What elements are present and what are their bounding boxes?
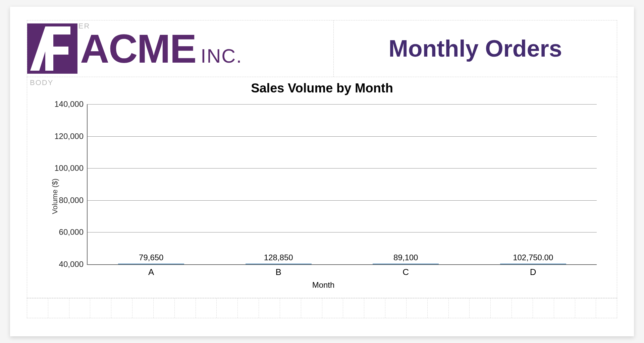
page-header-section[interactable]: PAGE HEADER ACME INC. Monthly Orders [27, 20, 617, 77]
spacer-section[interactable] [27, 298, 617, 318]
bar-value-label: 79,650 [139, 253, 163, 262]
x-tick-label: D [530, 267, 536, 277]
y-axis-label: Volume ($) [51, 179, 59, 214]
gridline [88, 136, 597, 137]
y-tick-label: 120,000 [54, 132, 88, 141]
brand-name-suffix: INC. [201, 45, 242, 67]
spacer-cell[interactable] [385, 298, 407, 318]
spacer-cell[interactable] [554, 298, 575, 318]
spacer-cell[interactable] [69, 298, 91, 318]
y-tick-label: 100,000 [54, 163, 88, 173]
spacer-cell[interactable] [343, 298, 364, 318]
spacer-cell[interactable] [175, 298, 196, 318]
bar[interactable] [373, 264, 439, 264]
bar-value-label: 128,850 [264, 253, 293, 262]
spacer-cell[interactable] [196, 298, 217, 318]
chart-area[interactable]: Volume ($) 79,650A128,850B89,100C102,750… [43, 97, 603, 295]
x-axis-label: Month [312, 280, 335, 290]
spacer-cell[interactable] [575, 298, 596, 318]
spacer-cell[interactable] [238, 298, 259, 318]
bar[interactable] [500, 264, 566, 264]
y-tick-label: 40,000 [59, 260, 88, 269]
spacer-cell[interactable] [322, 298, 343, 318]
bar-value-label: 89,100 [393, 253, 418, 262]
bars-container: 79,650A128,850B89,100C102,750.00D [88, 104, 597, 264]
chart-title: Sales Volume by Month [27, 81, 617, 95]
x-tick-label: C [402, 267, 409, 277]
bar-group: 79,650A [118, 253, 184, 264]
gridline [88, 168, 597, 168]
spacer-cell[interactable] [48, 298, 69, 318]
y-tick-label: 60,000 [59, 227, 88, 237]
spacer-cell[interactable] [533, 298, 554, 318]
y-tick-label: 140,000 [54, 99, 88, 109]
bar-group: 89,100C [373, 253, 439, 264]
bar[interactable] [246, 264, 312, 264]
bar-value-label: 102,750.00 [513, 253, 553, 262]
brand-text: ACME INC. [80, 25, 242, 72]
acme-logo-icon [27, 23, 77, 74]
spacer-cell[interactable] [27, 298, 48, 318]
bar[interactable] [118, 264, 184, 264]
body-section[interactable]: BODY Sales Volume by Month Volume ($) 79… [27, 77, 617, 298]
brand-block[interactable]: ACME INC. [27, 20, 334, 77]
gridline [88, 200, 597, 201]
spacer-cell[interactable] [596, 298, 617, 318]
y-tick-label: 80,000 [59, 196, 88, 205]
spacer-cell[interactable] [217, 298, 238, 318]
spacer-cell[interactable] [90, 298, 111, 318]
spacer-cell[interactable] [512, 298, 533, 318]
gridline [88, 104, 597, 105]
report-page: PAGE HEADER ACME INC. Monthly Orders BOD… [10, 7, 634, 336]
section-tag-body: BODY [30, 78, 53, 87]
report-title[interactable]: Monthly Orders [334, 35, 617, 62]
spacer-cell[interactable] [491, 298, 512, 318]
spacer-cell[interactable] [132, 298, 154, 318]
spacer-cell[interactable] [428, 298, 449, 318]
spacer-cell[interactable] [470, 298, 491, 318]
brand-name-main: ACME [80, 25, 196, 72]
spacer-cell[interactable] [364, 298, 385, 318]
chart-plot: 79,650A128,850B89,100C102,750.00D 40,000… [87, 104, 597, 265]
spacer-cell[interactable] [259, 298, 280, 318]
spacer-cell[interactable] [280, 298, 301, 318]
bar-group: 128,850B [246, 253, 312, 264]
spacer-cell[interactable] [111, 298, 132, 318]
gridline [88, 232, 597, 232]
x-tick-label: B [276, 267, 281, 277]
x-tick-label: A [148, 267, 154, 277]
spacer-cell[interactable] [154, 298, 175, 318]
spacer-cell[interactable] [301, 298, 322, 318]
bar-group: 102,750.00D [500, 253, 566, 264]
spacer-cell[interactable] [449, 298, 470, 318]
spacer-cell[interactable] [407, 298, 428, 318]
